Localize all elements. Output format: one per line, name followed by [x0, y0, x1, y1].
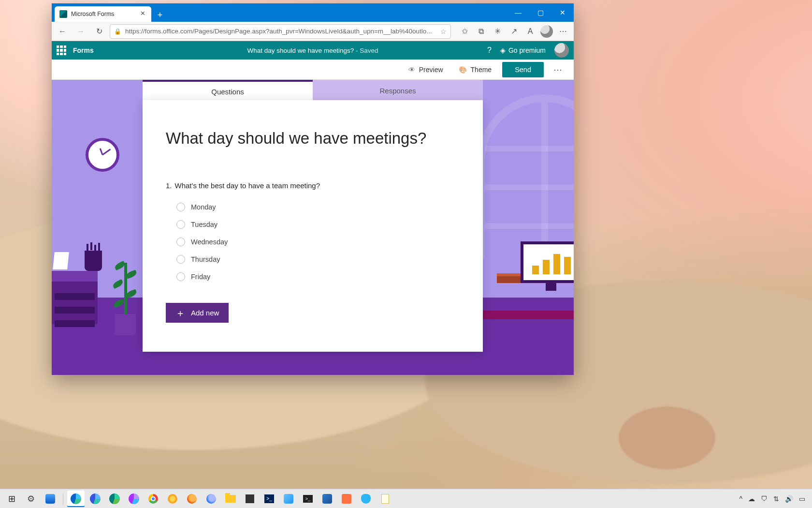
lock-icon: 🔒	[114, 28, 121, 35]
address-bar[interactable]: 🔒 https://forms.office.com/Pages/DesignP…	[110, 24, 451, 39]
firefox-taskbar-icon[interactable]	[183, 491, 201, 507]
radio-icon[interactable]	[176, 272, 185, 281]
onedrive-taskbar-icon[interactable]	[357, 491, 375, 507]
question-number: 1.	[166, 181, 172, 190]
browser-titlebar[interactable]: Microsoft Forms ✕ + — ▢ ✕	[52, 3, 574, 22]
photos-taskbar-icon[interactable]	[319, 491, 336, 507]
task-view-button[interactable]	[42, 491, 59, 507]
eye-icon: 👁	[408, 66, 415, 74]
favorite-star-button[interactable]: ☆	[440, 28, 447, 35]
url-text: https://forms.office.com/Pages/DesignPag…	[125, 28, 432, 35]
browser-menu-button[interactable]: ⋯	[555, 24, 571, 39]
go-premium-button[interactable]: ◈ Go premium	[500, 46, 546, 54]
close-tab-button[interactable]: ✕	[139, 10, 146, 18]
forms-canvas: Questions Responses What day should we h…	[52, 80, 574, 375]
window-maximize-button[interactable]: ▢	[529, 3, 551, 22]
palette-icon: 🎨	[459, 66, 467, 74]
snip-taskbar-icon[interactable]	[338, 491, 355, 507]
terminal-taskbar-icon[interactable]: >_	[299, 491, 317, 507]
file-explorer-taskbar-icon[interactable]	[222, 491, 239, 507]
decoration-plant	[110, 263, 139, 335]
question-text: What's the best day to have a team meeti…	[175, 181, 320, 190]
decoration-books	[497, 276, 523, 283]
decoration-monitor	[521, 241, 574, 283]
windows-taskbar[interactable]: ⊞ ⚙ >_ >_ ^ ☁ ⛉ ⇅ 🔊 ▭	[0, 489, 812, 508]
forms-action-bar: 👁 Preview 🎨 Theme Send ⋯	[52, 60, 574, 80]
help-button[interactable]: ?	[487, 46, 492, 55]
notepad-taskbar-icon[interactable]	[377, 491, 394, 507]
settings-taskbar-icon[interactable]: ⚙	[22, 491, 40, 507]
tab-title: Microsoft Forms	[71, 11, 135, 17]
mail-taskbar-icon[interactable]	[280, 491, 297, 507]
forms-favicon-icon	[59, 10, 67, 18]
tab-questions[interactable]: Questions	[143, 80, 313, 101]
form-tabs: Questions Responses	[143, 80, 483, 101]
tray-security-icon[interactable]: ⛉	[761, 495, 768, 503]
refresh-button[interactable]: ↻	[91, 24, 107, 39]
decoration-window	[477, 94, 574, 259]
app-launcher-button[interactable]	[57, 45, 66, 55]
share-button[interactable]: ↗	[506, 24, 522, 39]
document-title[interactable]: What day should we have meetings? - Save…	[247, 47, 378, 54]
option-friday[interactable]: Friday	[176, 268, 460, 285]
extensions-button[interactable]: ✳	[490, 24, 505, 39]
radio-icon[interactable]	[176, 255, 185, 264]
edge-dev-taskbar-icon[interactable]	[106, 491, 123, 507]
decoration-clock-icon	[86, 138, 119, 172]
option-wednesday[interactable]: Wednesday	[176, 233, 460, 251]
wallpaper-shrub	[619, 406, 715, 469]
app-brand[interactable]: Forms	[73, 46, 94, 54]
window-minimize-button[interactable]: —	[507, 3, 529, 22]
store-taskbar-icon[interactable]	[241, 491, 259, 507]
separator	[63, 493, 63, 505]
option-thursday[interactable]: Thursday	[176, 251, 460, 268]
firefox-dev-taskbar-icon[interactable]	[203, 491, 220, 507]
radio-icon[interactable]	[176, 203, 185, 211]
question-options: Monday Tuesday Wednesday Thursday Friday	[166, 198, 460, 285]
diamond-icon: ◈	[500, 46, 506, 54]
new-tab-button[interactable]: +	[153, 8, 167, 22]
profile-button[interactable]	[539, 24, 554, 39]
option-monday[interactable]: Monday	[176, 198, 460, 216]
tab-responses[interactable]: Responses	[313, 80, 483, 101]
back-button[interactable]: ←	[55, 24, 70, 39]
favorites-button[interactable]: ✩	[457, 24, 472, 39]
preview-button[interactable]: 👁 Preview	[404, 63, 448, 76]
decoration-paper	[53, 252, 69, 269]
tray-notifications-icon[interactable]: ▭	[799, 495, 805, 503]
window-close-button[interactable]: ✕	[551, 3, 574, 22]
tray-overflow-button[interactable]: ^	[739, 495, 742, 503]
edge-beta-taskbar-icon[interactable]	[87, 491, 104, 507]
start-button[interactable]: ⊞	[3, 491, 20, 507]
chrome-taskbar-icon[interactable]	[145, 491, 162, 507]
read-aloud-button[interactable]: A	[522, 24, 538, 39]
decoration-cabinet	[52, 271, 98, 324]
forward-button[interactable]: →	[73, 24, 88, 39]
decoration-pencil-cup	[85, 251, 102, 271]
browser-toolbar: ← → ↻ 🔒 https://forms.office.com/Pages/D…	[52, 22, 574, 41]
radio-icon[interactable]	[176, 220, 185, 229]
tray-onedrive-icon[interactable]: ☁	[748, 495, 755, 503]
form-title[interactable]: What day should we have meetings?	[166, 129, 460, 148]
chrome-canary-taskbar-icon[interactable]	[164, 491, 181, 507]
system-tray: ^ ☁ ⛉ ⇅ 🔊 ▭	[739, 495, 809, 503]
collections-button[interactable]: ⧉	[473, 24, 489, 39]
avatar-icon	[540, 25, 553, 38]
user-avatar-button[interactable]	[554, 43, 569, 58]
powershell-taskbar-icon[interactable]: >_	[261, 491, 278, 507]
edge-canary-taskbar-icon[interactable]	[125, 491, 143, 507]
forms-app-header: Forms What day should we have meetings? …	[52, 41, 574, 60]
radio-icon[interactable]	[176, 238, 185, 246]
browser-window: Microsoft Forms ✕ + — ▢ ✕ ← → ↻ 🔒 https:…	[52, 3, 574, 375]
form-card[interactable]: What day should we have meetings? 1. Wha…	[143, 100, 483, 352]
theme-button[interactable]: 🎨 Theme	[454, 63, 497, 76]
question-1[interactable]: 1. What's the best day to have a team me…	[166, 181, 460, 190]
edge-taskbar-icon[interactable]	[67, 491, 85, 507]
option-tuesday[interactable]: Tuesday	[176, 216, 460, 233]
more-actions-button[interactable]: ⋯	[550, 62, 567, 77]
send-button[interactable]: Send	[502, 62, 544, 77]
tray-sound-icon[interactable]: 🔊	[785, 495, 793, 503]
add-new-question-button[interactable]: ＋ Add new	[166, 303, 229, 323]
tray-network-icon[interactable]: ⇅	[773, 495, 779, 503]
browser-tab[interactable]: Microsoft Forms ✕	[55, 6, 151, 22]
